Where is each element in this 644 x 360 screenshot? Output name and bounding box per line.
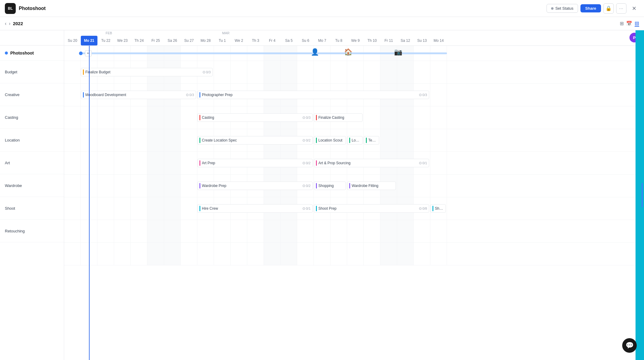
- sidebar-item-retouching[interactable]: Retouching: [0, 220, 64, 242]
- task-bar-4[interactable]: Finalize Casting: [314, 113, 363, 122]
- task-label-6: Location Scout: [318, 138, 344, 142]
- timeline-avatar-2[interactable]: 📷: [394, 48, 402, 56]
- more-button[interactable]: ···: [616, 3, 626, 14]
- task-bar-15[interactable]: Shoot Prep⊙0/8: [314, 204, 429, 213]
- nav-controls: ‹ › 2022: [5, 21, 23, 26]
- sidebar-item-creative[interactable]: Creative: [0, 83, 64, 106]
- task-label-13: Wardrobe Fitting: [352, 184, 394, 188]
- date-col-su27: Su 27: [181, 36, 197, 45]
- gantt-cell-r6-c0: [64, 175, 81, 197]
- gantt-cell-r4-c6: [164, 129, 181, 152]
- lock-button[interactable]: 🔒: [603, 3, 614, 14]
- gantt-cell-r9-c8: [197, 243, 214, 265]
- task-label-0: Finalize Budget: [85, 70, 201, 74]
- gantt-cell-r6-c5: [147, 175, 164, 197]
- gantt-row-location: Create Location Spec⊙0/2Location ScoutLo…: [64, 129, 644, 152]
- gantt-cell-r9-c19: [380, 243, 397, 265]
- next-button[interactable]: ›: [9, 21, 10, 26]
- gantt-cell-r7-c5: [147, 197, 164, 220]
- view-controls: ⊞ 📅 ▤: [620, 20, 639, 27]
- gantt-cell-r8-c18: [364, 220, 380, 242]
- task-bar-2[interactable]: Photographer Prep⊙0/3: [197, 91, 429, 99]
- sidebar-item-wardrobe[interactable]: Wardrobe: [0, 174, 64, 197]
- project-timeline-row: ⇤👤🏠📷: [64, 46, 644, 61]
- sidebar-item-location[interactable]: Location: [0, 129, 64, 152]
- gantt-cell-r9-c22: [430, 243, 447, 265]
- gantt-cell-r1-c13: [281, 61, 297, 83]
- task-bar-0[interactable]: Finalize Budget⊙0/3: [81, 68, 213, 76]
- gantt-cell-r3-c2: [97, 106, 114, 129]
- gantt-cell-r9-c20: [397, 243, 414, 265]
- sidebar-item-shoot[interactable]: Shoot: [0, 197, 64, 220]
- date-col-mo14: Mo 14: [430, 36, 447, 45]
- sidebar-item-budget[interactable]: Budget: [0, 61, 64, 83]
- gantt-cell-r0-c0: [64, 46, 81, 61]
- task-bar-11[interactable]: Wardrobe Prep⊙0/2: [197, 182, 313, 190]
- gantt-cell-r4-c3: [114, 129, 131, 152]
- gantt-cell-r1-c0: [64, 61, 81, 83]
- gantt-cell-r9-c21: [414, 243, 430, 265]
- gantt-cell-r8-c3: [114, 220, 131, 242]
- close-button[interactable]: ✕: [629, 3, 639, 14]
- collapse-button[interactable]: ⇤: [85, 50, 92, 56]
- gantt-cell-r5-c7: [181, 152, 197, 174]
- gantt-cell-r7-c2: [97, 197, 114, 220]
- task-count-9: ⊙0/2: [302, 161, 310, 165]
- sidebar-project-row[interactable]: Photoshoot: [0, 45, 64, 61]
- task-bar-14[interactable]: Hire Crew⊙0/1: [197, 204, 313, 213]
- gantt-cell-r6-c2: [97, 175, 114, 197]
- task-bar-6[interactable]: Location Scout: [314, 136, 346, 145]
- gantt-cell-r9-c6: [164, 243, 181, 265]
- gantt-cell-r9-c17: [347, 243, 364, 265]
- timeline-avatar-0[interactable]: 👤: [311, 48, 319, 56]
- gantt-cell-r6-c22: [430, 175, 447, 197]
- task-bar-9[interactable]: Art Prep⊙0/2: [197, 159, 313, 167]
- task-accent-12: [316, 183, 317, 188]
- task-bar-12[interactable]: Shopping: [314, 182, 346, 190]
- date-col-tu1: Tu 1: [214, 36, 231, 45]
- gantt-cell-r9-c16: [330, 243, 347, 265]
- timeline-start-dot: [79, 52, 83, 55]
- task-bar-1[interactable]: Moodboard Development⊙0/3: [81, 91, 196, 99]
- mar-label: MAR: [222, 31, 229, 35]
- gantt-cell-r4-c5: [147, 129, 164, 152]
- date-col-th24: Th 24: [131, 36, 147, 45]
- month-labels-row: FEB MAR: [64, 30, 644, 36]
- gantt-row-casting: Casting⊙0/3Finalize Casting: [64, 106, 644, 129]
- calendar-icon[interactable]: 📅: [626, 21, 632, 26]
- prev-button[interactable]: ‹: [5, 21, 6, 26]
- gantt-cell-r3-c21: [414, 106, 430, 129]
- gantt-icon[interactable]: ▤: [635, 20, 639, 27]
- task-bar-5[interactable]: Create Location Spec⊙0/2: [197, 136, 313, 145]
- gantt-row-other: [64, 243, 644, 265]
- task-label-15: Shoot Prep: [318, 206, 417, 211]
- task-bar-10[interactable]: Art & Prop Sourcing⊙0/1: [314, 159, 429, 167]
- task-bar-3[interactable]: Casting⊙0/3: [197, 113, 313, 122]
- gantt-cell-r6-c21: [414, 175, 430, 197]
- app-header: BL Photoshoot Set Status Share 🔒 ··· ✕: [0, 0, 644, 17]
- sidebar-item-casting[interactable]: Casting: [0, 106, 64, 129]
- sidebar-header: [0, 30, 64, 45]
- gantt-cell-r8-c5: [147, 220, 164, 242]
- task-label-14: Hire Crew: [202, 206, 301, 211]
- task-bar-7[interactable]: Lock L: [347, 136, 363, 145]
- timeline-avatar-1[interactable]: 🏠: [344, 48, 352, 56]
- task-bar-13[interactable]: Wardrobe Fitting: [347, 182, 396, 190]
- gantt-cell-r1-c9: [214, 61, 231, 83]
- sidebar-item-art[interactable]: Art: [0, 152, 64, 174]
- gantt-cell-r9-c18: [364, 243, 380, 265]
- gantt-cell-r4-c4: [131, 129, 147, 152]
- gantt-cell-r5-c3: [114, 152, 131, 174]
- share-button[interactable]: Share: [580, 4, 601, 12]
- header-right: Set Status Share 🔒 ··· ✕: [547, 3, 639, 14]
- set-status-button[interactable]: Set Status: [547, 4, 578, 13]
- task-bar-8[interactable]: Tech S: [364, 136, 379, 145]
- zoom-icon[interactable]: ⊞: [620, 21, 624, 26]
- chat-bubble[interactable]: 💬: [622, 338, 637, 353]
- gantt-cell-r1-c14: [297, 61, 314, 83]
- task-count-10: ⊙0/1: [419, 161, 427, 165]
- gantt-cell-r3-c6: [164, 106, 181, 129]
- task-bar-16[interactable]: Shoot: [430, 204, 446, 213]
- gantt-cell-r1-c17: [347, 61, 364, 83]
- date-col-we23: We 23: [114, 36, 131, 45]
